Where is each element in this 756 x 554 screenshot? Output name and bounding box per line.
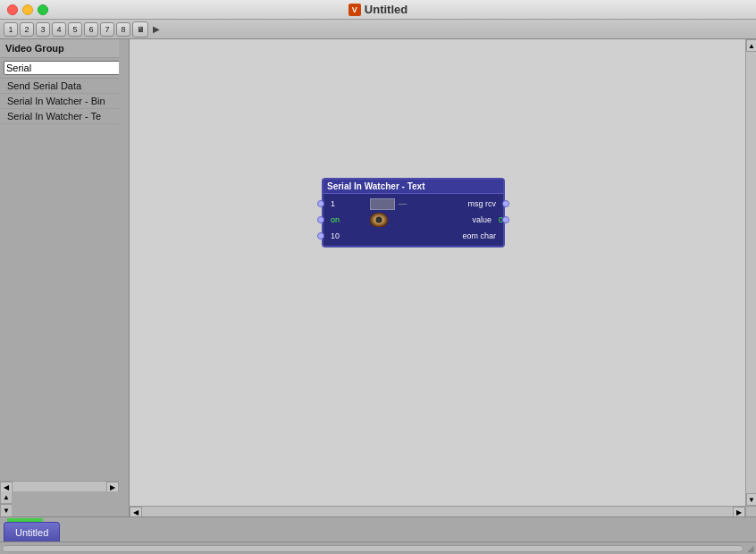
sidebar-item-serial-in-watcher-te[interactable]: Serial In Watcher - Te xyxy=(0,109,119,124)
sidebar: Video Group ✕ Send Serial Data Serial In… xyxy=(0,39,130,516)
sidebar-item-serial-in-watcher-bin[interactable]: Serial In Watcher - Bin xyxy=(0,94,119,109)
node-port-right-2[interactable] xyxy=(502,216,509,223)
bottom-hscroll-track xyxy=(2,545,743,552)
canvas-scroll-right[interactable]: ▶ xyxy=(733,507,745,516)
resize-grip[interactable]: ◢ xyxy=(743,543,754,554)
canvas-scroll-down[interactable]: ▼ xyxy=(746,493,756,506)
canvas-scroll-up[interactable]: ▲ xyxy=(746,39,756,52)
scrollbar-corner xyxy=(745,506,756,516)
toolbar-btn-2[interactable]: 2 xyxy=(20,22,34,37)
sidebar-scroll-up[interactable]: ▲ xyxy=(1,491,12,504)
search-input[interactable] xyxy=(4,61,119,75)
canvas-hscrollbar: ◀ ▶ xyxy=(130,506,745,516)
canvas-scroll-left[interactable]: ◀ xyxy=(130,507,142,516)
node-port-right-1[interactable] xyxy=(502,200,509,207)
serial-in-watcher-node[interactable]: Serial In Watcher - Text 1 — msg rcv xyxy=(322,178,505,248)
node-label-port-1: 1 xyxy=(323,199,368,208)
canvas-vscroll-track xyxy=(746,52,756,493)
eye-pupil xyxy=(376,217,382,223)
sidebar-list: Send Serial Data Serial In Watcher - Bin… xyxy=(0,79,119,481)
sidebar-header: Video Group xyxy=(0,39,119,58)
tab-untitled[interactable]: Untitled xyxy=(4,522,60,541)
node-row-3: 10 eom char xyxy=(323,228,503,244)
window-title-area: V Untitled xyxy=(349,3,407,16)
node-field-port-1[interactable] xyxy=(370,198,395,210)
toolbar-btn-1[interactable]: 1 xyxy=(4,22,18,37)
node-port-left-3[interactable] xyxy=(317,232,324,239)
canvas-inner: Serial In Watcher - Text 1 — msg rcv xyxy=(130,39,745,506)
sidebar-scroll-right[interactable]: ▶ xyxy=(106,482,119,491)
toolbar-btn-4[interactable]: 4 xyxy=(52,22,66,37)
node-label-right-2: value xyxy=(390,215,499,224)
canvas-hscroll-track xyxy=(142,507,733,516)
sidebar-vscroll: ▲ ▼ xyxy=(0,491,11,516)
toolbar-monitor-icon[interactable]: 🖥 xyxy=(132,21,148,38)
node-label-port-3: 10 xyxy=(323,231,368,240)
sidebar-inner: Video Group ✕ Send Serial Data Serial In… xyxy=(0,39,119,491)
sidebar-search-area: ✕ xyxy=(0,58,119,79)
app-icon: V xyxy=(349,4,361,16)
sidebar-scroll-left[interactable]: ◀ xyxy=(0,482,13,491)
node-row-2: on value 0 xyxy=(323,212,503,228)
sidebar-item-send-serial-data[interactable]: Send Serial Data xyxy=(0,79,119,94)
tab-label-untitled: Untitled xyxy=(15,527,48,538)
toolbar-btn-6[interactable]: 6 xyxy=(84,22,98,37)
toolbar: 1 2 3 4 5 6 7 8 🖥 ▶ xyxy=(0,20,756,39)
tab-active-indicator xyxy=(7,518,43,522)
sidebar-hscroll: ◀ ▶ xyxy=(0,481,119,491)
node-port-left-1[interactable] xyxy=(317,200,324,207)
node-eye-icon[interactable] xyxy=(370,213,388,227)
node-label-right-3: eom char xyxy=(368,231,503,240)
sidebar-scroll-down[interactable]: ▼ xyxy=(1,504,12,516)
toolbar-btn-3[interactable]: 3 xyxy=(36,22,50,37)
titlebar: V Untitled xyxy=(0,0,756,20)
main-area: Video Group ✕ Send Serial Data Serial In… xyxy=(0,39,756,516)
toolbar-btn-5[interactable]: 5 xyxy=(68,22,82,37)
bottom-scrollbar: ◢ xyxy=(0,541,756,554)
canvas-area[interactable]: Serial In Watcher - Text 1 — msg rcv xyxy=(130,39,756,516)
bottom-tabs: Untitled xyxy=(0,516,756,541)
node-port-left-2[interactable] xyxy=(317,216,324,223)
node-row-1: 1 — msg rcv xyxy=(323,196,503,212)
node-body: 1 — msg rcv on value 0 xyxy=(323,194,503,246)
close-button[interactable] xyxy=(7,4,18,15)
minimize-button[interactable] xyxy=(22,4,33,15)
node-label-right-1: msg rcv xyxy=(408,199,503,208)
toolbar-play-button[interactable]: ▶ xyxy=(150,23,163,36)
toolbar-btn-7[interactable]: 7 xyxy=(100,22,114,37)
maximize-button[interactable] xyxy=(38,4,48,15)
node-header: Serial In Watcher - Text xyxy=(323,180,503,194)
canvas-vscrollbar: ▲ ▼ xyxy=(745,39,756,506)
window-title: Untitled xyxy=(365,3,407,16)
node-label-port-2: on xyxy=(323,215,368,224)
toolbar-btn-8[interactable]: 8 xyxy=(116,22,130,37)
node-port-icon-1: — xyxy=(399,199,407,208)
sidebar-hscroll-track xyxy=(13,482,106,491)
traffic-lights xyxy=(7,4,48,15)
